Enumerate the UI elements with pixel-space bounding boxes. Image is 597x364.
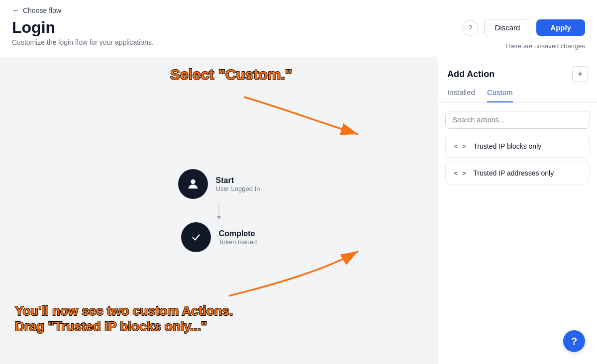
action-item-trusted-addresses[interactable]: < > Trusted IP addresses only <box>445 162 590 184</box>
page-header: ← Choose flow Login Customize the login … <box>0 0 597 57</box>
start-node-icon <box>178 169 208 199</box>
action-list: < > Trusted IP blocks only < > Trusted I… <box>438 135 597 184</box>
flow-connector <box>216 202 221 219</box>
annotation-drag-text: You'll now see two custom Actions. Drag … <box>15 303 254 334</box>
page-title: Login <box>12 19 154 36</box>
right-panel: Add Action + Installed Custom < > Truste… <box>438 57 597 364</box>
page-actions: ? Discard Apply There are unsaved change… <box>462 19 585 50</box>
flow-nodes: Start User Logged In Complete Token Issu… <box>178 169 260 252</box>
panel-tabs: Installed Custom <box>438 82 597 103</box>
page-title-section: Login Customize the login flow for your … <box>12 19 154 46</box>
start-node-label: Start User Logged In <box>216 176 260 192</box>
search-input[interactable] <box>445 111 590 129</box>
search-input-wrap <box>445 111 590 129</box>
discard-button[interactable]: Discard <box>484 19 530 36</box>
help-fab-button[interactable]: ? <box>563 330 585 352</box>
main-canvas: Select "Custom." You'll now see two cust… <box>0 57 597 364</box>
code-icon-2: < > <box>454 169 466 177</box>
tab-custom[interactable]: Custom <box>487 88 513 102</box>
annotation-select-custom: Select "Custom." <box>170 66 292 83</box>
svg-point-2 <box>191 180 195 184</box>
flow-area: Select "Custom." You'll now see two cust… <box>0 57 438 364</box>
panel-header: Add Action + <box>438 57 597 82</box>
action-item-trusted-blocks[interactable]: < > Trusted IP blocks only <box>445 135 590 158</box>
back-arrow-icon: ← <box>12 6 20 15</box>
page-subtitle: Customize the login flow for your applic… <box>12 38 154 46</box>
help-icon-button[interactable]: ? <box>462 20 478 36</box>
action-name-trusted-blocks: Trusted IP blocks only <box>473 142 541 150</box>
complete-node-label: Complete Token Issued <box>219 229 257 246</box>
breadcrumb-label: Choose flow <box>23 6 61 14</box>
tab-installed[interactable]: Installed <box>447 88 475 102</box>
complete-node: Complete Token Issued <box>181 222 257 252</box>
panel-title: Add Action <box>447 69 495 80</box>
code-icon-1: < > <box>454 142 466 150</box>
breadcrumb[interactable]: ← Choose flow <box>12 6 585 15</box>
action-name-trusted-addresses: Trusted IP addresses only <box>473 169 554 177</box>
start-node: Start User Logged In <box>178 169 260 199</box>
apply-button[interactable]: Apply <box>536 19 585 36</box>
panel-add-button[interactable]: + <box>572 66 588 82</box>
panel-search <box>438 103 597 135</box>
complete-node-icon <box>181 222 211 252</box>
unsaved-changes-label: There are unsaved changes <box>504 42 585 50</box>
